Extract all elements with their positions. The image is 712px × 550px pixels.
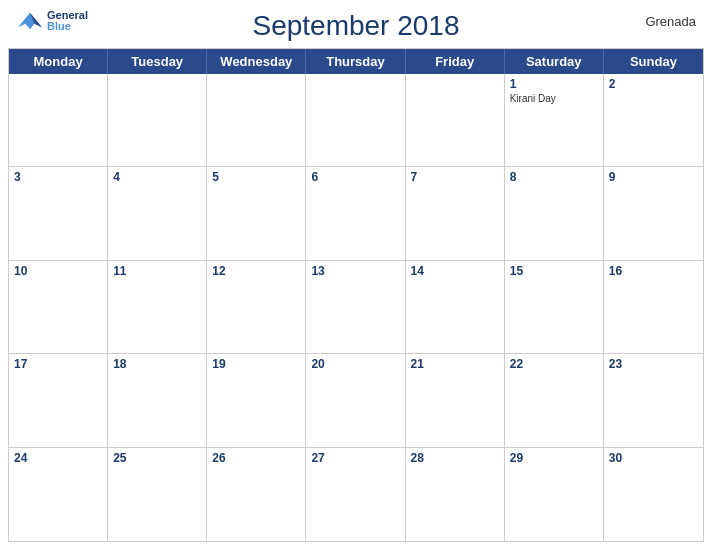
day-cell: [9, 74, 108, 167]
logo-bird-icon: [16, 11, 44, 31]
day-number: 19: [212, 357, 300, 371]
day-number: 18: [113, 357, 201, 371]
day-cell: 20: [306, 354, 405, 447]
day-number: 3: [14, 170, 102, 184]
week-row: 3456789: [9, 167, 703, 260]
day-cell: 4: [108, 167, 207, 260]
day-cell: 25: [108, 448, 207, 541]
svg-marker-0: [18, 13, 42, 29]
day-number: 7: [411, 170, 499, 184]
day-cell: 24: [9, 448, 108, 541]
logo: General Blue: [16, 10, 88, 32]
event-label: Kirani Day: [510, 93, 598, 104]
day-number: 20: [311, 357, 399, 371]
day-number: 25: [113, 451, 201, 465]
day-cell: 27: [306, 448, 405, 541]
day-number: 5: [212, 170, 300, 184]
day-number: 10: [14, 264, 102, 278]
day-number: 9: [609, 170, 698, 184]
day-number: 28: [411, 451, 499, 465]
week-row: 1Kirani Day2: [9, 74, 703, 167]
day-number: 23: [609, 357, 698, 371]
day-number: 2: [609, 77, 698, 91]
day-cell: 6: [306, 167, 405, 260]
day-number: 17: [14, 357, 102, 371]
day-cell: 1Kirani Day: [505, 74, 604, 167]
day-cell: [306, 74, 405, 167]
day-cell: 8: [505, 167, 604, 260]
day-cell: 13: [306, 261, 405, 354]
day-header-friday: Friday: [406, 49, 505, 74]
day-number: 1: [510, 77, 598, 91]
day-number: 27: [311, 451, 399, 465]
day-number: 22: [510, 357, 598, 371]
day-cell: 18: [108, 354, 207, 447]
day-number: 13: [311, 264, 399, 278]
day-number: 12: [212, 264, 300, 278]
week-row: 10111213141516: [9, 261, 703, 354]
day-header-thursday: Thursday: [306, 49, 405, 74]
day-number: 14: [411, 264, 499, 278]
day-cell: 15: [505, 261, 604, 354]
day-number: 26: [212, 451, 300, 465]
calendar-grid: MondayTuesdayWednesdayThursdayFridaySatu…: [8, 48, 704, 542]
day-cell: 16: [604, 261, 703, 354]
day-cell: 22: [505, 354, 604, 447]
day-cell: 2: [604, 74, 703, 167]
day-number: 29: [510, 451, 598, 465]
day-cell: 9: [604, 167, 703, 260]
day-number: 24: [14, 451, 102, 465]
day-number: 6: [311, 170, 399, 184]
day-cell: 7: [406, 167, 505, 260]
day-cell: 29: [505, 448, 604, 541]
week-row: 17181920212223: [9, 354, 703, 447]
day-number: 4: [113, 170, 201, 184]
day-number: 30: [609, 451, 698, 465]
week-row: 24252627282930: [9, 448, 703, 541]
day-cell: 10: [9, 261, 108, 354]
day-header-saturday: Saturday: [505, 49, 604, 74]
calendar-header: General Blue September 2018 Grenada: [0, 0, 712, 48]
day-cell: 3: [9, 167, 108, 260]
weeks-container: 1Kirani Day23456789101112131415161718192…: [9, 74, 703, 541]
day-cell: [108, 74, 207, 167]
day-cell: 12: [207, 261, 306, 354]
logo-blue: Blue: [47, 21, 88, 32]
day-number: 21: [411, 357, 499, 371]
day-header-monday: Monday: [9, 49, 108, 74]
day-number: 8: [510, 170, 598, 184]
country-label: Grenada: [645, 14, 696, 29]
calendar-title-area: September 2018: [252, 10, 459, 42]
day-number: 11: [113, 264, 201, 278]
day-header-tuesday: Tuesday: [108, 49, 207, 74]
day-cell: 26: [207, 448, 306, 541]
day-headers-row: MondayTuesdayWednesdayThursdayFridaySatu…: [9, 49, 703, 74]
day-header-wednesday: Wednesday: [207, 49, 306, 74]
calendar-title: September 2018: [252, 10, 459, 42]
day-cell: 11: [108, 261, 207, 354]
day-cell: 21: [406, 354, 505, 447]
day-cell: 28: [406, 448, 505, 541]
day-number: 15: [510, 264, 598, 278]
day-cell: [406, 74, 505, 167]
day-cell: 30: [604, 448, 703, 541]
day-header-sunday: Sunday: [604, 49, 703, 74]
day-cell: 19: [207, 354, 306, 447]
day-cell: 23: [604, 354, 703, 447]
day-cell: 5: [207, 167, 306, 260]
day-cell: 14: [406, 261, 505, 354]
day-cell: [207, 74, 306, 167]
day-number: 16: [609, 264, 698, 278]
day-cell: 17: [9, 354, 108, 447]
